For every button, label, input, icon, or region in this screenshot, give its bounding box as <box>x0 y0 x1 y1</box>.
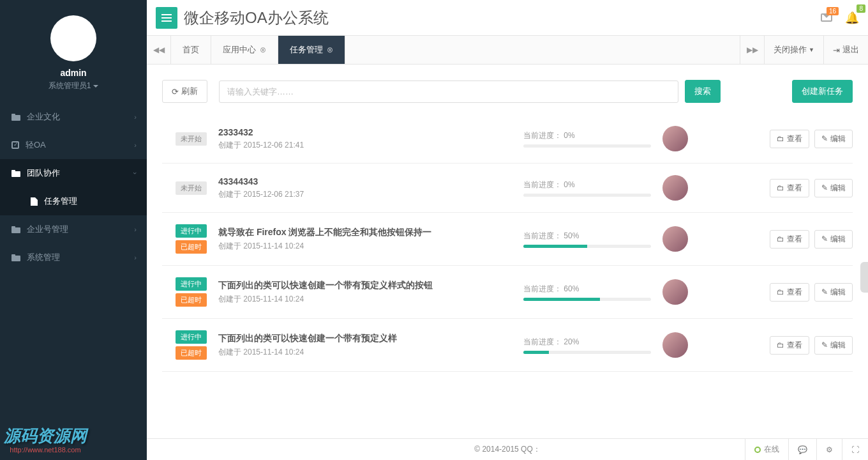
folder-icon: 🗀 <box>777 288 784 296</box>
pencil-icon: ✎ <box>821 341 828 349</box>
task-avatar[interactable] <box>662 332 688 358</box>
sidebar-item-company-culture[interactable]: 企业文化 › <box>0 103 147 131</box>
notification-bell[interactable]: 🔔 8 <box>845 11 859 25</box>
edit-button[interactable]: ✎编辑 <box>814 230 853 249</box>
progress-label: 当前进度： 50% <box>523 231 651 241</box>
tabbar: ◀◀ 首页 应用中心⊗ 任务管理⊗ ▶▶ 关闭操作▼ ⇥退出 <box>147 35 868 65</box>
progress-label: 当前进度： 60% <box>523 284 651 295</box>
sidebar-item-enterprise-mgmt[interactable]: 企业号管理 › <box>0 215 147 243</box>
folder-icon <box>11 114 20 121</box>
view-button[interactable]: 🗀查看 <box>770 283 809 302</box>
chevron-down-icon: › <box>131 172 139 174</box>
username: admin <box>0 68 147 78</box>
progress-bar <box>523 144 651 148</box>
close-icon[interactable]: ⊗ <box>260 45 266 54</box>
edit-button[interactable]: ✎编辑 <box>814 179 853 197</box>
search-input[interactable] <box>219 80 678 103</box>
edit-button[interactable]: ✎编辑 <box>814 283 853 302</box>
task-info: 下面列出的类可以快速创建一个带有预定义样式的按钮 创建于 2015-11-14 … <box>218 280 512 305</box>
task-row: 未开始 43344343 创建于 2015-12-06 21:37 当前进度： … <box>162 164 853 213</box>
avatar[interactable] <box>50 15 96 61</box>
logout-icon: ⇥ <box>833 45 840 55</box>
status-badge: 已超时 <box>176 240 207 254</box>
fullscreen-button[interactable]: ⛶ <box>842 439 868 460</box>
progress-label: 当前进度： 0% <box>523 180 651 190</box>
badge-count: 8 <box>857 4 865 13</box>
view-button[interactable]: 🗀查看 <box>770 179 809 197</box>
task-meta: 创建于 2015-11-14 10:24 <box>218 241 512 252</box>
badge-count: 16 <box>827 7 839 15</box>
folder-icon <box>11 226 20 233</box>
toolbar: ⟳刷新 搜索 创建新任务 <box>162 80 853 103</box>
footer: © 2014-2015 QQ： 在线 💬 ⚙ ⛶ <box>147 438 868 460</box>
chat-button[interactable]: 💬 <box>788 439 816 460</box>
task-avatar[interactable] <box>662 175 688 201</box>
sidebar-toggle-button[interactable] <box>156 7 177 29</box>
edit-button[interactable]: ✎编辑 <box>814 336 853 355</box>
task-title[interactable]: 2333432 <box>218 127 512 137</box>
tab-close-ops-dropdown[interactable]: 关闭操作▼ <box>764 36 823 64</box>
sidebar-item-team-collab[interactable]: 团队协作 › <box>0 159 147 187</box>
tab-task-mgmt[interactable]: 任务管理⊗ <box>278 36 345 64</box>
sidebar-item-task-mgmt[interactable]: 任务管理 <box>0 187 147 215</box>
app-title: 微企移动OA办公系统 <box>184 8 329 28</box>
task-row: 进行中已超时 下面列出的类可以快速创建一个带有预定义样式的按钮 创建于 2015… <box>162 266 853 319</box>
tab-scroll-left[interactable]: ◀◀ <box>147 36 171 64</box>
progress-col: 当前进度： 0% <box>523 180 651 197</box>
tab-app-center[interactable]: 应用中心⊗ <box>211 36 278 64</box>
side-drawer-handle[interactable] <box>860 262 868 293</box>
sidebar-item-label: 任务管理 <box>44 195 77 207</box>
folder-icon: 🗀 <box>777 183 784 192</box>
task-title[interactable]: 就导致在 Firefox 浏览器上不能完全和其他按钮保持一 <box>218 227 512 238</box>
sidebar-item-label: 企业号管理 <box>27 224 68 235</box>
caret-down-icon: ▼ <box>809 47 814 53</box>
sidebar-item-system-mgmt[interactable]: 系统管理 › <box>0 243 147 272</box>
view-button[interactable]: 🗀查看 <box>770 130 809 148</box>
progress-col: 当前进度： 20% <box>523 337 651 354</box>
folder-icon: 🗀 <box>777 341 784 349</box>
chat-icon: 💬 <box>798 445 807 454</box>
task-avatar[interactable] <box>662 226 688 252</box>
profile-block: admin 系统管理员1 <box>0 0 147 103</box>
sidebar-item-label: 系统管理 <box>27 252 60 263</box>
notification-mail[interactable]: 16 <box>821 13 832 22</box>
sidebar-item-light-oa[interactable]: 轻OA › <box>0 131 147 159</box>
task-avatar[interactable] <box>662 126 688 151</box>
copyright: © 2014-2015 QQ： <box>474 444 541 455</box>
progress-bar <box>523 351 651 354</box>
sidebar-item-label: 团队协作 <box>27 167 60 179</box>
task-title[interactable]: 下面列出的类可以快速创建一个带有预定义样式的按钮 <box>218 280 512 291</box>
file-icon <box>31 197 38 206</box>
settings-button[interactable]: ⚙ <box>816 439 842 460</box>
refresh-button[interactable]: ⟳刷新 <box>162 80 207 103</box>
tab-home[interactable]: 首页 <box>171 36 211 64</box>
task-avatar[interactable] <box>662 279 688 305</box>
view-button[interactable]: 🗀查看 <box>770 336 809 355</box>
sidebar: admin 系统管理员1 企业文化 › 轻OA › 团队协作 › 任务管理 企业… <box>0 0 147 460</box>
task-meta: 创建于 2015-11-14 10:24 <box>218 294 512 305</box>
status-badge: 进行中 <box>176 277 207 291</box>
chevron-right-icon: › <box>134 226 137 233</box>
role-dropdown[interactable]: 系统管理员1 <box>0 80 147 91</box>
logout-button[interactable]: ⇥退出 <box>823 36 868 64</box>
close-icon[interactable]: ⊗ <box>327 45 333 54</box>
task-info: 下面列出的类可以快速创建一个带有预定义样 创建于 2015-11-14 10:2… <box>218 333 512 358</box>
create-task-button[interactable]: 创建新任务 <box>792 80 853 103</box>
tab-scroll-right[interactable]: ▶▶ <box>740 36 764 64</box>
view-button[interactable]: 🗀查看 <box>770 230 809 249</box>
task-info: 43344343 创建于 2015-12-06 21:37 <box>218 176 512 200</box>
task-title[interactable]: 下面列出的类可以快速创建一个带有预定义样 <box>218 333 512 344</box>
online-status[interactable]: 在线 <box>745 439 788 460</box>
task-actions: 🗀查看 ✎编辑 <box>770 130 853 148</box>
status-badge: 未开始 <box>176 132 207 146</box>
search-button[interactable]: 搜索 <box>685 80 721 103</box>
pencil-icon: ✎ <box>821 183 828 192</box>
task-title[interactable]: 43344343 <box>218 176 512 187</box>
status-col: 未开始 <box>162 181 207 195</box>
task-meta: 创建于 2015-11-14 10:24 <box>218 347 512 358</box>
check-icon <box>11 141 19 149</box>
edit-button[interactable]: ✎编辑 <box>814 130 853 148</box>
chevron-right-icon: › <box>134 141 137 149</box>
progress-col: 当前进度： 60% <box>523 284 651 301</box>
sidebar-item-label: 轻OA <box>26 139 46 151</box>
